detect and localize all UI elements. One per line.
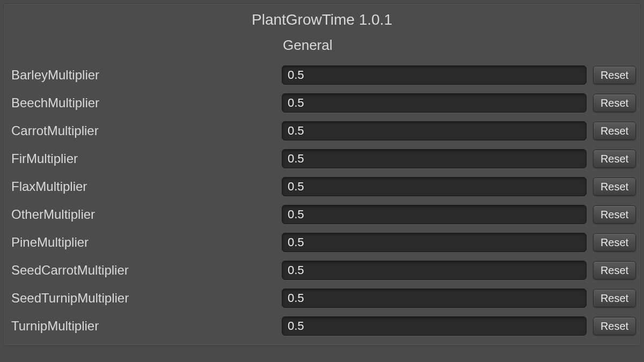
setting-input-beech[interactable]	[282, 93, 587, 113]
reset-button[interactable]: Reset	[593, 66, 636, 84]
setting-row: SeedCarrotMultiplier Reset	[8, 256, 636, 284]
setting-row: FlaxMultiplier Reset	[8, 173, 636, 201]
reset-button[interactable]: Reset	[593, 289, 636, 307]
setting-row: FirMultiplier Reset	[8, 145, 636, 173]
setting-label: PineMultiplier	[8, 235, 282, 250]
reset-button[interactable]: Reset	[593, 317, 636, 335]
setting-label: TurnipMultiplier	[8, 319, 282, 334]
setting-input-flax[interactable]	[282, 177, 587, 196]
setting-input-barley[interactable]	[282, 65, 587, 85]
setting-label: FlaxMultiplier	[8, 179, 282, 194]
reset-button[interactable]: Reset	[593, 233, 636, 252]
setting-input-turnip[interactable]	[282, 316, 587, 336]
reset-button[interactable]: Reset	[593, 205, 636, 224]
reset-button[interactable]: Reset	[593, 261, 636, 279]
setting-row: CarrotMultiplier Reset	[8, 117, 636, 145]
config-panel: PlantGrowTime 1.0.1 General BarleyMultip…	[3, 3, 641, 346]
reset-button[interactable]: Reset	[593, 94, 636, 112]
setting-input-carrot[interactable]	[282, 121, 587, 141]
setting-row: OtherMultiplier Reset	[8, 201, 636, 228]
setting-label: SeedTurnipMultiplier	[8, 291, 282, 306]
setting-row: PineMultiplier Reset	[8, 228, 636, 256]
panel-title: PlantGrowTime 1.0.1	[4, 4, 640, 32]
reset-button[interactable]: Reset	[593, 122, 636, 140]
reset-button[interactable]: Reset	[593, 150, 636, 168]
setting-label: FirMultiplier	[8, 151, 282, 166]
setting-input-pine[interactable]	[282, 233, 587, 252]
setting-label: SeedCarrotMultiplier	[8, 263, 282, 278]
setting-label: BarleyMultiplier	[8, 68, 282, 83]
reset-button[interactable]: Reset	[593, 178, 636, 196]
setting-input-seedturnip[interactable]	[282, 289, 587, 308]
setting-row: BarleyMultiplier Reset	[8, 61, 636, 89]
setting-row: BeechMultiplier Reset	[8, 89, 636, 117]
setting-row: SeedTurnipMultiplier Reset	[8, 284, 636, 312]
setting-input-seedcarrot[interactable]	[282, 261, 587, 280]
setting-row: TurnipMultiplier Reset	[8, 312, 636, 340]
section-header: General	[4, 32, 640, 61]
setting-label: OtherMultiplier	[8, 207, 282, 222]
setting-input-other[interactable]	[282, 205, 587, 224]
setting-label: CarrotMultiplier	[8, 123, 282, 138]
setting-input-fir[interactable]	[282, 149, 587, 168]
setting-label: BeechMultiplier	[8, 95, 282, 110]
settings-list: BarleyMultiplier Reset BeechMultiplier R…	[4, 61, 640, 340]
